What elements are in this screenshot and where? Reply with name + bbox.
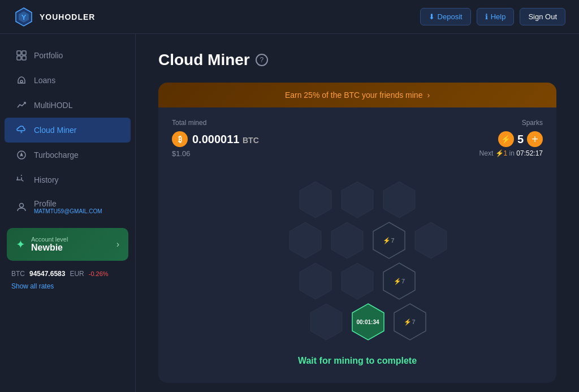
turbocharge-label: Turbocharge [34,150,79,160]
svg-rect-6 [22,56,26,60]
sidebar-item-portfolio[interactable]: Portfolio [5,43,131,68]
portfolio-label: Portfolio [34,51,63,60]
rates-change: -0.26% [89,270,109,277]
profile-email: MATMTU59@GMAIL.COM [34,208,102,214]
hex-cell [338,180,377,219]
svg-marker-17 [415,222,447,259]
cloud-miner-label: Cloud Miner [34,126,76,135]
svg-marker-12 [342,182,373,218]
main-content: Cloud Miner ? Earn 25% of the BTC your f… [136,34,579,392]
svg-rect-4 [22,51,26,55]
sparks-label: Sparks [479,119,543,127]
referral-banner[interactable]: Earn 25% of the BTC your friends mine › [158,83,556,107]
sidebar-item-multihodl[interactable]: MultiHODL [5,93,131,118]
sidebar-item-cloud-miner[interactable]: Cloud Miner [5,118,131,143]
multihodl-icon [16,100,27,111]
spark-bolt-icon: ⚡ [498,131,514,147]
rates-value: 94547.6583 [29,270,65,278]
btc-coin-icon: ₿ [172,131,188,147]
hex-row-3: ⚡7 [296,262,418,300]
rates-unit: EUR [70,270,84,278]
wait-for-mining-text: Wait for mining to complete [298,356,417,366]
logo: Y YOUHODLER [14,7,95,27]
account-level-name: Newbie [31,243,111,253]
deposit-icon: ⬇ [429,12,435,21]
miner-card: Earn 25% of the BTC your friends mine › … [158,83,556,383]
svg-marker-21 [310,304,342,340]
hex-cell [338,262,377,300]
profile-info: Profile MATMTU59@GMAIL.COM [34,199,102,214]
sparks-section: Sparks ⚡ 5 + Next ⚡1 in 07:52:17 [479,119,543,157]
svg-point-9 [20,154,23,156]
svg-rect-5 [17,56,21,60]
svg-marker-18 [300,263,331,299]
cloud-miner-icon [16,124,27,136]
question-icon[interactable]: ? [256,54,268,66]
sidebar-item-history[interactable]: History [5,167,131,192]
btc-amount: 0.000011 BTC [192,133,259,146]
loans-icon [16,75,27,86]
svg-text:Y: Y [21,13,27,21]
history-label: History [34,175,59,184]
total-mined-section: Total mined ₿ 0.000011 BTC $1.06 [172,119,259,158]
help-button[interactable]: ℹ Help [477,8,515,25]
sidebar-item-loans[interactable]: Loans [5,68,131,93]
chevron-right-icon: › [116,239,119,249]
hex-cell [296,180,335,219]
hex-container: ⚡7 [158,163,556,383]
btc-usd-value: $1.06 [172,149,259,158]
show-all-rates-link[interactable]: Show all rates [11,282,124,290]
rates-line: BTC 94547.6583 EUR -0.26% [11,270,124,278]
rates-currency: BTC [11,270,25,278]
main-layout: Portfolio Loans MultiHODL [0,34,579,392]
hex-row-4: 00:01:34 ⚡7 [307,303,429,341]
svg-point-10 [20,203,24,207]
svg-rect-3 [17,51,21,55]
total-mined-label: Total mined [172,119,259,127]
multihodl-label: MultiHODL [34,101,72,110]
profile-label: Profile [34,199,102,208]
hex-cell [380,180,418,219]
btc-amount-row: ₿ 0.000011 BTC [172,131,259,147]
svg-marker-13 [383,182,415,218]
hex-grid: ⚡7 [265,180,450,341]
next-spark-time: 07:52:17 [516,149,543,157]
hex-cell [328,221,366,260]
hex-cell-bolt: ⚡7 [370,221,408,260]
turbocharge-icon [16,149,27,161]
deposit-button[interactable]: ⬇ Deposit [420,8,471,25]
svg-marker-15 [331,222,363,259]
hex-cell-bolt-3: ⚡7 [391,303,429,341]
history-icon [16,174,27,186]
star-icon: ✦ [16,238,25,251]
add-spark-button[interactable]: + [527,131,543,147]
next-spark-text: Next ⚡1 in 07:52:17 [479,149,543,157]
hex-cell [412,221,450,260]
hex-cell [307,303,345,341]
portfolio-icon [16,50,27,61]
svg-point-7 [20,80,23,83]
hex-cell-active: 00:01:34 [349,303,387,341]
sidebar-item-turbocharge[interactable]: Turbocharge [5,143,131,167]
referral-arrow-icon: › [427,91,430,100]
loans-label: Loans [34,76,55,85]
signout-button[interactable]: Sign Out [520,8,565,25]
hex-cell-bolt-2: ⚡7 [380,262,418,300]
profile-icon [16,201,27,213]
referral-text: Earn 25% of the BTC your friends mine [285,91,423,100]
rates-section: BTC 94547.6583 EUR -0.26% Show all rates [11,270,124,290]
header: Y YOUHODLER ⬇ Deposit ℹ Help Sign Out [0,0,579,34]
svg-marker-14 [290,222,321,259]
page-title-row: Cloud Miner ? [158,51,556,69]
sparks-row: ⚡ 5 + [479,131,543,147]
sidebar: Portfolio Loans MultiHODL [0,34,136,392]
sparks-count: 5 [517,133,524,146]
page-title: Cloud Miner [158,51,250,69]
account-level-card[interactable]: ✦ Account level Newbie › [7,228,128,261]
svg-marker-11 [300,182,331,218]
svg-marker-19 [342,263,373,299]
sidebar-item-profile[interactable]: Profile MATMTU59@GMAIL.COM [5,192,131,221]
youhodler-logo-icon: Y [14,7,34,27]
logo-text: YOUHODLER [40,12,95,21]
miner-stats: Total mined ₿ 0.000011 BTC $1.06 Sparks … [158,107,556,163]
